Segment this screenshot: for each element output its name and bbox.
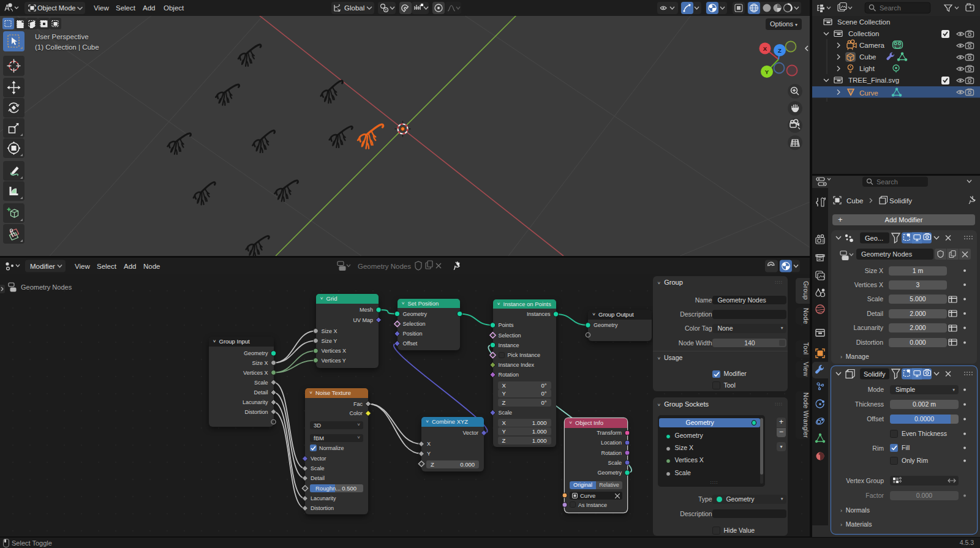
svg-text:X: X [763, 45, 767, 52]
svg-text:Geo...: Geo... [865, 234, 883, 241]
svg-text:Y: Y [765, 69, 769, 75]
svg-text:Geometry Nodes: Geometry Nodes [358, 263, 411, 270]
svg-text:Light: Light [859, 65, 875, 72]
svg-text:Z: Z [778, 47, 782, 54]
svg-text:Add: Add [143, 4, 155, 12]
svg-text:Curve: Curve [859, 89, 878, 97]
svg-text:TREE_Final.svg: TREE_Final.svg [848, 77, 899, 84]
svg-text:Object: Object [164, 4, 184, 12]
svg-text:Modifier: Modifier [30, 263, 55, 270]
svg-text:Cube: Cube [846, 197, 864, 205]
svg-text:Add: Add [124, 263, 136, 270]
svg-text:Solidify: Solidify [889, 197, 912, 205]
svg-text:Collection: Collection [848, 30, 880, 37]
svg-text:Select: Select [116, 4, 136, 12]
svg-text:Scene Collection: Scene Collection [837, 18, 890, 26]
svg-text:Solidify: Solidify [864, 370, 886, 378]
svg-text:Select: Select [97, 263, 117, 270]
svg-text:Global: Global [344, 4, 364, 12]
svg-text:Cube: Cube [859, 53, 876, 61]
svg-text:Search: Search [876, 178, 898, 186]
svg-text:Camera: Camera [859, 42, 885, 49]
svg-text:Object Mode: Object Mode [37, 4, 75, 12]
svg-text:Search: Search [880, 4, 901, 12]
svg-text:View: View [94, 4, 109, 12]
svg-text:Node: Node [143, 263, 160, 270]
svg-text:View: View [75, 263, 90, 270]
